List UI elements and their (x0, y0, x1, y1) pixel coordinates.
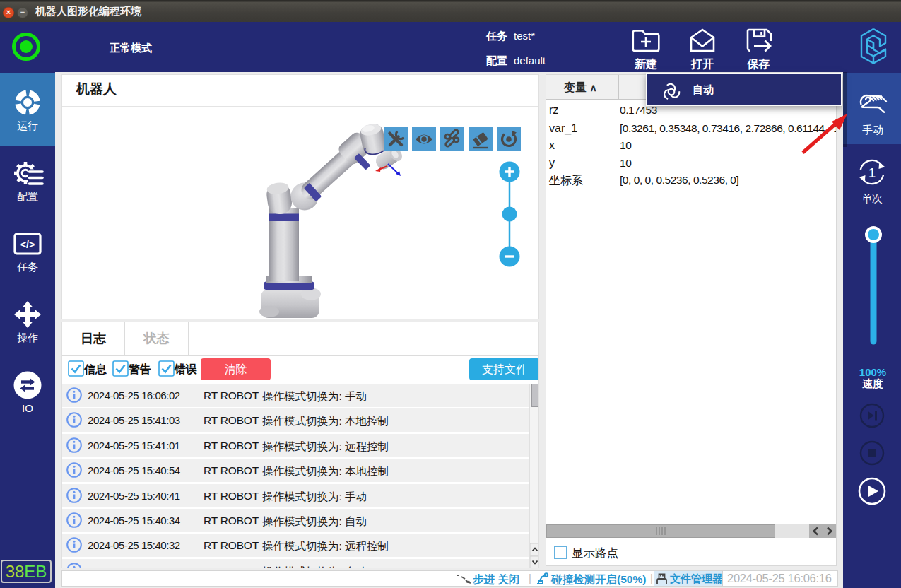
svg-text:任务: 任务 (17, 261, 38, 273)
svg-text:新建: 新建 (634, 58, 657, 70)
svg-text:单次: 单次 (861, 192, 883, 204)
svg-text:IO: IO (22, 402, 33, 414)
svg-text:100%: 100% (859, 366, 886, 378)
svg-text:警告: 警告 (128, 363, 151, 375)
svg-text:保存: 保存 (746, 58, 770, 70)
svg-text:错误: 错误 (174, 363, 197, 375)
svg-text:打开: 打开 (690, 58, 714, 70)
svg-text:操作: 操作 (17, 331, 38, 343)
svg-text:1: 1 (868, 165, 876, 180)
svg-text:速度: 速度 (862, 377, 883, 389)
svg-text:信息: 信息 (83, 363, 107, 375)
svg-text:配置: 配置 (17, 190, 38, 202)
svg-text:运行: 运行 (17, 119, 38, 131)
svg-text:</>: </> (20, 239, 35, 250)
svg-text:手动: 手动 (862, 124, 883, 136)
